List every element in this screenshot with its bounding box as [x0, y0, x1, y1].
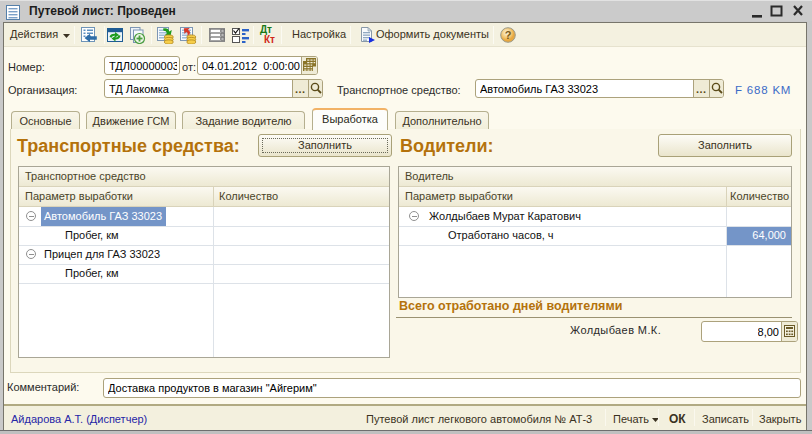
svg-text:?: ? — [505, 29, 512, 41]
